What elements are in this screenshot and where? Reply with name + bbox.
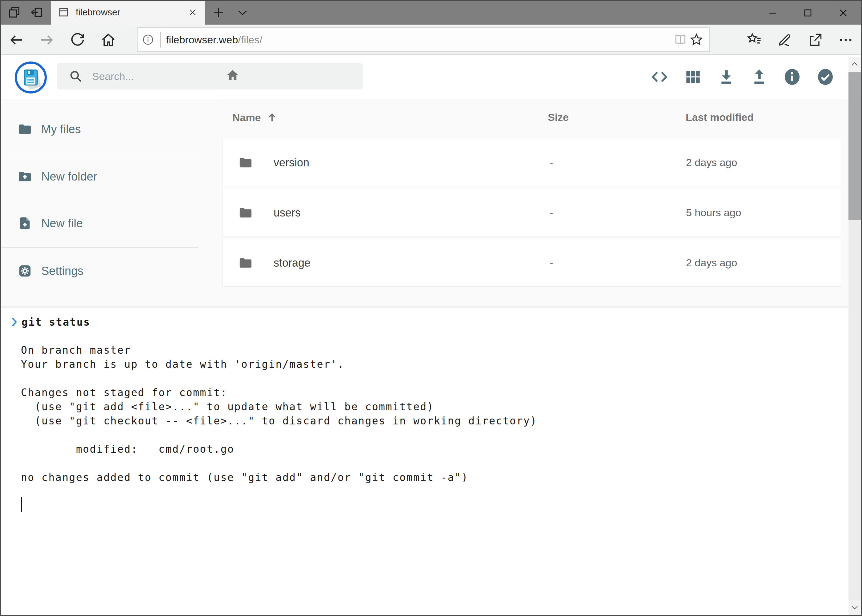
new-tab-button[interactable]: [211, 5, 226, 20]
file-info-button[interactable]: [782, 67, 802, 87]
column-header-modified[interactable]: Last modified: [686, 112, 754, 123]
upload-button[interactable]: [749, 67, 769, 87]
file-size: -: [550, 207, 553, 218]
sidebar-item-label: New folder: [41, 170, 97, 183]
sidebar-item-settings[interactable]: Settings: [0, 260, 199, 282]
tab-bar: filebrowser: [0, 0, 862, 25]
window-minimize-button[interactable]: [766, 6, 780, 20]
terminal-command: git status: [22, 316, 90, 328]
set-tabs-aside-button[interactable]: [30, 5, 44, 20]
listing-header: Name Size Last modified: [222, 110, 841, 128]
sidebar-item-label: Settings: [41, 264, 84, 278]
search-box[interactable]: [57, 63, 363, 90]
window-maximize-button[interactable]: [801, 6, 815, 20]
file-row-storage[interactable]: storage - 2 days ago: [222, 239, 841, 287]
web-notes-button[interactable]: [776, 31, 793, 49]
select-multiple-button[interactable]: [816, 67, 835, 87]
terminal-panel[interactable]: git status On branch master Your branch …: [0, 308, 848, 616]
home-filled-icon: [225, 68, 240, 82]
reading-view-button[interactable]: [673, 32, 689, 48]
file-size: -: [550, 257, 553, 269]
breadcrumb-home-button[interactable]: [225, 68, 240, 82]
web-note-pen-icon: [777, 32, 793, 48]
terminal-output: On branch master Your branch is up to da…: [21, 329, 537, 485]
sort-ascending-icon: [266, 112, 278, 124]
folder-icon: [18, 122, 32, 136]
upload-icon: [750, 68, 768, 86]
sidebar-item-new-file[interactable]: New file: [0, 212, 199, 234]
folder-icon: [238, 206, 253, 220]
prompt-chevron-icon: [11, 317, 18, 327]
tab-previews-icon: [7, 5, 21, 19]
refresh-button[interactable]: [69, 31, 86, 49]
sidebar-divider: [0, 247, 199, 248]
file-size: -: [550, 157, 553, 168]
share-button[interactable]: [806, 31, 824, 49]
minimize-icon: [767, 7, 779, 19]
browser-tab[interactable]: filebrowser: [51, 0, 205, 25]
folder-icon: [238, 156, 253, 170]
window-close-button[interactable]: [837, 6, 850, 20]
folder-plus-icon: [18, 170, 32, 184]
terminal-cursor: [21, 497, 22, 512]
raw-view-button[interactable]: [650, 67, 669, 87]
home-button[interactable]: [100, 31, 117, 49]
column-header-size[interactable]: Size: [548, 112, 569, 123]
forward-arrow-icon: [38, 32, 55, 48]
add-favorite-button[interactable]: [689, 32, 704, 48]
app-header: [0, 55, 862, 99]
sidebar-item-label: My files: [41, 123, 81, 136]
download-icon: [717, 68, 735, 86]
back-arrow-icon: [8, 32, 25, 48]
refresh-icon: [69, 32, 86, 48]
download-button[interactable]: [717, 67, 736, 87]
file-row-users[interactable]: users - 5 hours ago: [222, 189, 841, 236]
file-name: storage: [274, 256, 310, 269]
file-modified: 2 days ago: [686, 157, 737, 168]
grid-view-icon: [684, 68, 702, 86]
code-icon: [650, 68, 669, 86]
back-button[interactable]: [8, 31, 25, 49]
filebrowser-logo[interactable]: [15, 61, 47, 93]
site-info-button[interactable]: [140, 32, 156, 48]
tabs-set-aside-list-button[interactable]: [7, 5, 22, 20]
chevron-up-icon: [850, 60, 859, 69]
file-modified: 5 hours ago: [686, 207, 741, 218]
scroll-up-button[interactable]: [848, 57, 861, 72]
page-scrollbar[interactable]: [848, 57, 861, 615]
url-host: filebrowser.web: [166, 34, 238, 46]
search-icon: [69, 69, 83, 83]
chevron-down-icon: [236, 6, 249, 19]
sidebar-divider: [0, 154, 199, 154]
scroll-down-button[interactable]: [848, 600, 861, 615]
edge-browser-window: filebrowser: [0, 0, 862, 616]
address-bar[interactable]: filebrowser.web/files/: [137, 27, 710, 52]
settings-and-more-button[interactable]: [837, 31, 854, 49]
folder-icon: [238, 256, 253, 270]
terminal-prompt-line: git status: [11, 315, 90, 329]
plus-icon: [212, 6, 225, 19]
share-icon: [807, 32, 823, 48]
column-name-label: Name: [232, 112, 261, 124]
show-tab-previews-button[interactable]: [235, 5, 250, 20]
home-icon: [100, 32, 117, 48]
forward-button[interactable]: [38, 31, 55, 49]
sidebar-item-label: New file: [41, 217, 83, 230]
file-row-version[interactable]: version - 2 days ago: [222, 139, 841, 186]
info-circle-icon: [142, 33, 154, 46]
maximize-icon: [802, 7, 814, 19]
file-plus-icon: [18, 216, 32, 230]
sidebar-item-my-files[interactable]: My files: [0, 118, 199, 140]
scrollbar-thumb[interactable]: [848, 72, 861, 220]
info-icon: [783, 68, 801, 86]
favorites-hub-button[interactable]: [746, 31, 763, 49]
column-header-name[interactable]: Name: [232, 112, 278, 124]
page-favicon-icon: [58, 6, 69, 18]
sidebar-item-new-folder[interactable]: New folder: [0, 166, 199, 187]
url-text: filebrowser.web/files/: [166, 34, 673, 46]
tab-title: filebrowser: [76, 7, 186, 17]
switch-view-button[interactable]: [683, 67, 703, 87]
tab-close-button[interactable]: [186, 6, 199, 19]
chevron-down-icon: [850, 603, 859, 612]
file-name: users: [274, 206, 301, 219]
